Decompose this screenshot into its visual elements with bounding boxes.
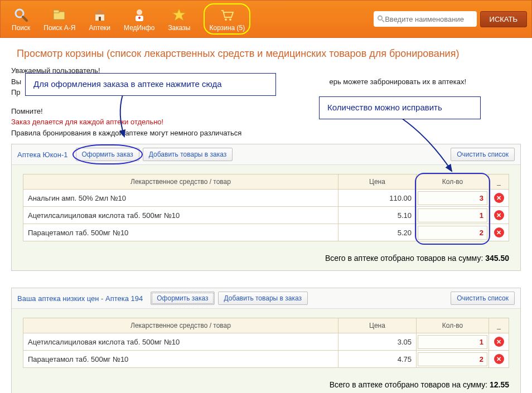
items-table: Лекарственное средство / товар Цена Кол-… — [23, 318, 509, 368]
items-table: Лекарственное средство / товар Цена Кол-… — [23, 174, 509, 241]
qty-input[interactable] — [418, 335, 487, 349]
add-items-button[interactable]: Добавить товары в заказ — [143, 148, 233, 161]
cell-price: 3.05 — [338, 333, 417, 351]
pharmacy-header: Ваша аптека низких цен - Аптека 194 Офор… — [12, 288, 520, 309]
callout-order: Для оформления заказа в аптеке нажмите с… — [25, 73, 276, 96]
cell-price: 4.75 — [338, 351, 417, 368]
nav-orders[interactable]: Заказы — [168, 6, 190, 32]
house-icon — [91, 6, 109, 24]
th-qty: Кол-во — [417, 318, 489, 333]
nav-label: Поиск А-Я — [43, 24, 75, 32]
th-product: Лекарственное средство / товар — [23, 318, 338, 333]
search-icon — [377, 14, 385, 23]
order-button[interactable]: Оформить заказ — [151, 292, 214, 305]
cell-price: 110.00 — [338, 190, 417, 207]
th-product: Лекарственное средство / товар — [23, 174, 338, 190]
th-price: Цена — [338, 174, 417, 190]
cell-price: 5.10 — [338, 207, 417, 224]
th-price: Цена — [338, 318, 417, 333]
nav-label: Корзина (5) — [209, 24, 245, 32]
top-navbar: Поиск Поиск А-Я Аптеки МедИнфо Заказы Ко… — [0, 0, 532, 38]
nav-label: Заказы — [168, 24, 190, 32]
info-block: Для оформления заказа в аптеке нажмите с… — [11, 65, 521, 138]
cell-product: Ацетилсалициловая кислота таб. 500мг №10 — [23, 207, 338, 224]
pharmacy-block-1: Аптека Юкон-1 Оформить заказ Добавить то… — [11, 144, 521, 271]
nav-medinfo[interactable]: МедИнфо — [124, 6, 154, 32]
total-row: Всего в аптеке отобрано товаров на сумму… — [12, 372, 520, 393]
magnifier-icon — [12, 6, 30, 24]
total-row: Всего в аптеке отобрано товаров на сумму… — [12, 246, 520, 270]
nav-search[interactable]: Поиск — [12, 6, 30, 32]
nav-search-az[interactable]: Поиск А-Я — [43, 6, 75, 32]
delete-icon[interactable]: ✕ — [494, 193, 504, 203]
search-button[interactable]: ИСКАТЬ — [480, 11, 527, 27]
svg-line-15 — [382, 20, 384, 22]
qty-input[interactable] — [418, 191, 487, 205]
cart-icon — [218, 6, 236, 24]
svg-rect-3 — [54, 10, 59, 13]
cell-product: Парацетамол таб. 500мг №10 — [23, 224, 338, 241]
nav-pharmacies[interactable]: Аптеки — [89, 6, 111, 32]
table-row: Анальгин амп. 50% 2мл №10110.00✕ — [23, 190, 509, 207]
th-qty: Кол-во — [417, 174, 489, 190]
nav-cart[interactable]: Корзина (5) — [204, 3, 250, 35]
clear-button[interactable]: Очистить список — [451, 148, 515, 161]
folder-icon — [51, 6, 69, 24]
nav-label: МедИнфо — [124, 24, 154, 32]
callout-qty: Количество можно исправить — [319, 96, 481, 119]
th-del: _ — [489, 318, 509, 333]
cell-product: Анальгин амп. 50% 2мл №10 — [23, 190, 338, 207]
clear-button[interactable]: Очистить список — [451, 292, 515, 305]
order-button[interactable]: Оформить заказ — [76, 148, 139, 161]
svg-rect-10 — [139, 17, 140, 19]
add-items-button[interactable]: Добавить товары в заказ — [218, 292, 308, 305]
table-row: Ацетилсалициловая кислота таб. 500мг №10… — [23, 333, 509, 351]
pharmacy-header: Аптека Юкон-1 Оформить заказ Добавить то… — [12, 144, 520, 165]
qty-input[interactable] — [418, 226, 487, 240]
star-icon — [170, 6, 188, 24]
pharmacy-name: Ваша аптека низких цен - Аптека 194 — [17, 294, 143, 303]
search-box — [374, 11, 477, 27]
delete-icon[interactable]: ✕ — [494, 210, 504, 220]
qty-input[interactable] — [418, 208, 487, 222]
nav-label: Аптеки — [89, 24, 111, 32]
pharmacy-block-2: Ваша аптека низких цен - Аптека 194 Офор… — [11, 288, 521, 393]
delete-icon[interactable]: ✕ — [494, 227, 504, 237]
cell-product: Парацетамол таб. 500мг №10 — [23, 351, 338, 368]
svg-point-7 — [137, 9, 142, 15]
cell-price: 5.20 — [338, 224, 417, 241]
nav-label: Поиск — [12, 24, 30, 32]
delete-icon[interactable]: ✕ — [494, 354, 504, 364]
svg-marker-11 — [172, 8, 186, 21]
search-wrap: ИСКАТЬ — [374, 11, 527, 27]
svg-point-13 — [229, 18, 231, 21]
svg-rect-6 — [99, 17, 101, 21]
svg-marker-4 — [94, 9, 106, 14]
page-title: Просмотр корзины (список лекарственных с… — [0, 38, 532, 65]
svg-point-14 — [378, 16, 381, 20]
svg-point-12 — [225, 18, 227, 21]
delete-icon[interactable]: ✕ — [494, 337, 504, 347]
table-row: Парацетамол таб. 500мг №105.20✕ — [23, 224, 509, 241]
svg-line-1 — [23, 17, 27, 21]
doctor-icon — [130, 6, 148, 24]
cell-product: Ацетилсалициловая кислота таб. 500мг №10 — [23, 333, 338, 351]
search-input[interactable] — [385, 15, 473, 23]
table-row: Парацетамол таб. 500мг №104.75✕ — [23, 351, 509, 368]
table-row: Ацетилсалициловая кислота таб. 500мг №10… — [23, 207, 509, 224]
th-del: _ — [489, 174, 509, 190]
pharmacy-name: Аптека Юкон-1 — [17, 151, 68, 159]
qty-input[interactable] — [418, 352, 487, 366]
